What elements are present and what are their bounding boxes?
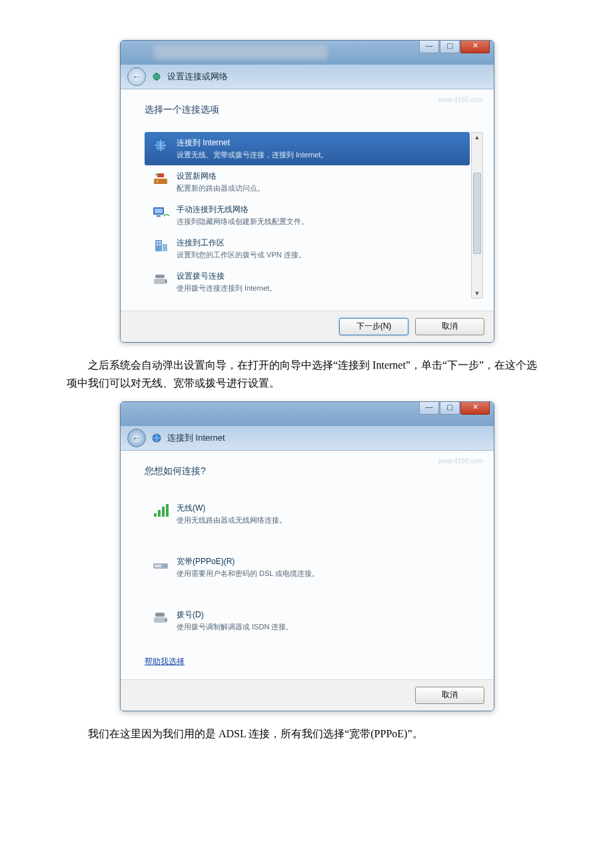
wifi-bars-icon (151, 503, 170, 519)
dialup-phone-icon (151, 609, 170, 625)
option-setup-dialup[interactable]: 设置拨号连接 使用拨号连接连接到 Internet。 (145, 265, 470, 299)
phone-modem-icon (151, 271, 170, 287)
svg-point-27 (165, 619, 167, 621)
svg-rect-7 (157, 215, 161, 217)
maximize-button[interactable]: ▢ (440, 40, 460, 53)
svg-rect-13 (163, 244, 167, 251)
cancel-button[interactable]: 取消 (415, 318, 484, 335)
option-desc: 使用拨号调制解调器或 ISDN 连接。 (177, 622, 293, 632)
watermark-corner: www.it168.com (438, 96, 483, 103)
option-desc: 设置无线、宽带或拨号连接，连接到 Internet。 (177, 150, 328, 160)
close-button[interactable]: ✕ (460, 40, 490, 53)
svg-rect-21 (166, 504, 169, 517)
titlebar-blur (154, 45, 327, 59)
scrollbar-thumb[interactable] (473, 173, 481, 254)
help-choose-link[interactable]: 帮助我选择 (145, 656, 185, 667)
svg-rect-11 (157, 244, 158, 245)
scrollbar-arrow-down-icon: ▼ (472, 289, 482, 298)
dialog-heading: 您想如何连接? (145, 465, 470, 477)
back-arrow-icon: ← (132, 433, 141, 443)
svg-rect-19 (158, 510, 161, 517)
option-desc: 配置新的路由器或访问点。 (177, 183, 265, 193)
router-icon (151, 171, 170, 187)
dialog-footer: 取消 (121, 679, 494, 711)
option-title: 设置拨号连接 (177, 271, 277, 282)
option-title: 连接到 Internet (177, 137, 328, 149)
svg-rect-9 (157, 241, 158, 243)
svg-rect-8 (155, 240, 162, 251)
svg-point-16 (165, 281, 167, 282)
window-titlebar: — ▢ ✕ (121, 402, 494, 426)
option-list-scrollbar[interactable]: ▲ ▼ (471, 132, 483, 299)
svg-point-24 (165, 565, 167, 567)
svg-rect-26 (155, 613, 165, 617)
option-connect-workplace[interactable]: 连接到工作区 设置到您的工作区的拨号或 VPN 连接。 (145, 232, 470, 265)
svg-point-3 (157, 181, 158, 182)
back-arrow-icon: ← (132, 71, 141, 82)
close-button[interactable]: ✕ (460, 401, 490, 415)
option-setup-new-network[interactable]: 设置新网络 配置新的路由器或访问点。 (145, 165, 470, 199)
option-broadband-pppoe[interactable]: 宽带(PPPoE)(R) 使用需要用户名和密码的 DSL 或电缆连接。 (145, 547, 470, 588)
option-desc: 使用无线路由器或无线网络连接。 (177, 515, 287, 525)
back-button[interactable]: ← (127, 67, 146, 86)
cancel-button[interactable]: 取消 (415, 687, 484, 704)
globe-small-icon (151, 433, 162, 443)
option-title: 无线(W) (177, 503, 287, 514)
building-icon (151, 237, 170, 253)
dialog-heading: 选择一个连接选项 (145, 104, 470, 116)
option-connect-internet[interactable]: 连接到 Internet 设置无线、宽带或拨号连接，连接到 Internet。 (145, 132, 470, 165)
option-title: 手动连接到无线网络 (177, 204, 308, 215)
option-desc: 设置到您的工作区的拨号或 VPN 连接。 (177, 250, 306, 260)
dialog-body: www.it168.com 您想如何连接? 无线(W) 使用无线路由器或无线网络… (121, 451, 494, 679)
connection-options-list: 连接到 Internet 设置无线、宽带或拨号连接，连接到 Internet。 … (145, 132, 470, 299)
dialog-body: www.it168.com 选择一个连接选项 连接到 Internet 设置无线… (121, 89, 494, 311)
svg-rect-23 (155, 565, 161, 567)
window-controls: — ▢ ✕ (418, 401, 490, 415)
option-title: 设置新网络 (177, 171, 265, 182)
globe-icon (151, 137, 170, 153)
window-titlebar: — ▢ ✕ (121, 41, 494, 65)
breadcrumb-label: 设置连接或网络 (167, 71, 228, 83)
option-title: 宽带(PPPoE)(R) (177, 556, 319, 567)
dialog-setup-connection: — ▢ ✕ ← 设置连接或网络 www.it168.com 选择一个连接选项 (120, 40, 494, 343)
dialog-footer: 下一步(N) 取消 (121, 311, 494, 342)
watermark-corner: www.it168.com (438, 457, 483, 465)
scrollbar-arrow-up-icon: ▲ (472, 133, 482, 142)
option-title: 连接到工作区 (177, 237, 306, 249)
svg-rect-15 (155, 275, 165, 278)
svg-rect-6 (155, 209, 163, 213)
next-button[interactable]: 下一步(N) (339, 318, 408, 335)
back-button[interactable]: ← (127, 429, 146, 447)
maximize-button[interactable]: ▢ (440, 401, 460, 415)
option-dialup[interactable]: 拨号(D) 使用拨号调制解调器或 ISDN 连接。 (145, 600, 470, 641)
option-desc: 连接到隐藏网络或创建新无线配置文件。 (177, 217, 308, 227)
dialog-connect-internet: www.bdocx.com — ▢ ✕ ← 连接到 Internet www.i… (120, 401, 494, 711)
option-wireless[interactable]: 无线(W) 使用无线路由器或无线网络连接。 (145, 493, 470, 535)
svg-rect-18 (154, 513, 157, 517)
svg-rect-12 (159, 244, 161, 245)
breadcrumb-bar: ← 设置连接或网络 (121, 65, 494, 89)
how-connect-list: 无线(W) 使用无线路由器或无线网络连接。 宽带(PPPoE)(R) 使用需要用… (145, 493, 470, 667)
network-wizard-icon (151, 71, 162, 82)
svg-rect-20 (162, 507, 165, 517)
minimize-button[interactable]: — (419, 401, 439, 415)
option-desc: 使用需要用户名和密码的 DSL 或电缆连接。 (177, 569, 319, 579)
window-controls: — ▢ ✕ (418, 40, 490, 53)
modem-icon (151, 556, 170, 572)
option-title: 拨号(D) (177, 609, 293, 621)
svg-rect-2 (154, 179, 167, 184)
option-manual-wireless[interactable]: 手动连接到无线网络 连接到隐藏网络或创建新无线配置文件。 (145, 199, 470, 232)
breadcrumb-bar: ← 连接到 Internet (121, 426, 494, 451)
svg-rect-10 (159, 241, 161, 243)
paragraph-1: 之后系统会自动弹出设置向导，在打开的向导中选择“连接到 Internet”，单击… (67, 356, 546, 392)
breadcrumb-label: 连接到 Internet (167, 432, 225, 444)
monitor-wifi-icon (151, 204, 170, 220)
option-desc: 使用拨号连接连接到 Internet。 (177, 283, 277, 293)
paragraph-2: 我们在这里因为我们用的是 ADSL 连接，所有我们选择“宽带(PPPoE)”。 (67, 725, 546, 743)
minimize-button[interactable]: — (419, 40, 439, 53)
